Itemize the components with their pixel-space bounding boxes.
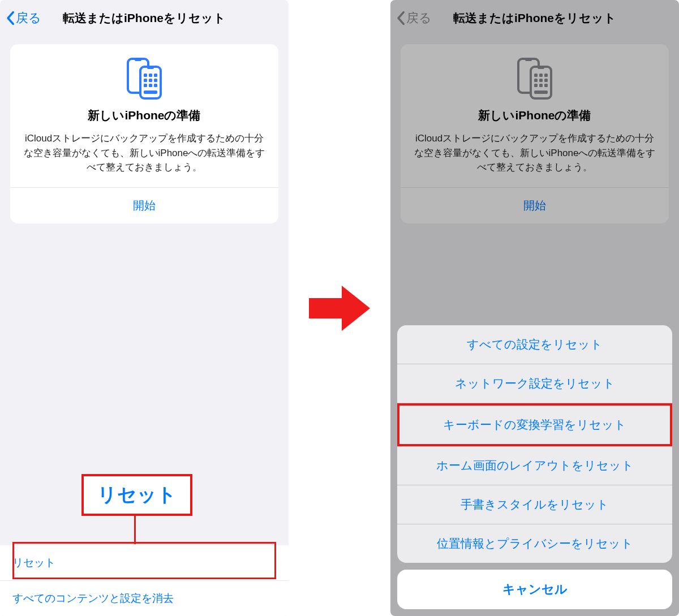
svg-rect-12 [154, 84, 157, 87]
navbar: 戻る 転送またはiPhoneをリセット [390, 0, 679, 36]
svg-rect-23 [539, 79, 543, 82]
svg-rect-16 [525, 58, 532, 61]
svg-rect-21 [544, 74, 548, 77]
arrow-between [289, 0, 390, 616]
svg-rect-1 [135, 58, 141, 61]
svg-rect-13 [144, 91, 157, 94]
devices-icon [401, 57, 669, 101]
start-button[interactable]: 開始 [10, 187, 278, 223]
svg-rect-28 [534, 91, 548, 94]
sheet-reset-network[interactable]: ネットワーク設定をリセット [397, 364, 672, 403]
sheet-reset-handwriting[interactable]: 手書きスタイルをリセット [397, 485, 672, 524]
left-screen: 戻る 転送またはiPhoneをリセット 新しいiPhoneの準備 iCloudス… [0, 0, 289, 616]
card-description: iCloudストレージにバックアップを作成するための十分な空き容量がなくても、新… [401, 131, 669, 187]
prepare-card: 新しいiPhoneの準備 iCloudストレージにバックアップを作成するための十… [10, 44, 278, 223]
svg-rect-27 [544, 84, 548, 87]
svg-rect-24 [544, 79, 548, 82]
svg-rect-18 [538, 66, 544, 69]
prepare-card: 新しいiPhoneの準備 iCloudストレージにバックアップを作成するための十… [401, 44, 669, 223]
svg-rect-25 [534, 84, 538, 87]
row-erase-all[interactable]: すべてのコンテンツと設定を消去 [0, 581, 289, 616]
svg-rect-26 [539, 84, 543, 87]
sheet-reset-keyboard-dictionary[interactable]: キーボードの変換学習をリセット [397, 403, 672, 446]
svg-rect-6 [154, 74, 157, 77]
svg-rect-5 [149, 74, 152, 77]
sheet-reset-all-settings[interactable]: すべての設定をリセット [397, 325, 672, 364]
sheet-group: すべての設定をリセット ネットワーク設定をリセット キーボードの変換学習をリセッ… [397, 325, 672, 563]
row-reset[interactable]: リセット [0, 545, 289, 581]
annotation-connector [134, 514, 136, 544]
svg-rect-3 [147, 66, 154, 69]
svg-rect-7 [144, 79, 147, 82]
start-button[interactable]: 開始 [401, 187, 669, 223]
svg-rect-20 [539, 74, 543, 77]
devices-icon [10, 57, 278, 101]
svg-rect-9 [154, 79, 157, 82]
arrow-right-icon [306, 281, 373, 335]
right-screen: 戻る 転送またはiPhoneをリセット 新しいiPhoneの準備 iCloudス… [390, 0, 679, 616]
sheet-reset-location-privacy[interactable]: 位置情報とプライバシーをリセット [397, 524, 672, 563]
sheet-cancel-button[interactable]: キャンセル [397, 570, 672, 609]
action-sheet: すべての設定をリセット ネットワーク設定をリセット キーボードの変換学習をリセッ… [397, 325, 672, 609]
page-title: 転送またはiPhoneをリセット [0, 10, 289, 26]
navbar: 戻る 転送またはiPhoneをリセット [0, 0, 289, 36]
svg-rect-19 [534, 74, 538, 77]
card-heading: 新しいiPhoneの準備 [10, 107, 278, 123]
annotation-label-reset: リセット [81, 474, 192, 516]
svg-marker-14 [309, 286, 370, 331]
card-heading: 新しいiPhoneの準備 [401, 107, 669, 123]
sheet-reset-home-layout[interactable]: ホーム画面のレイアウトをリセット [397, 446, 672, 485]
bottom-list: リセット すべてのコンテンツと設定を消去 [0, 545, 289, 616]
svg-rect-22 [534, 79, 538, 82]
svg-rect-8 [149, 79, 152, 82]
svg-rect-4 [144, 74, 147, 77]
svg-rect-11 [149, 84, 152, 87]
page-title: 転送またはiPhoneをリセット [390, 10, 679, 26]
card-description: iCloudストレージにバックアップを作成するための十分な空き容量がなくても、新… [10, 131, 278, 187]
svg-rect-10 [144, 84, 147, 87]
